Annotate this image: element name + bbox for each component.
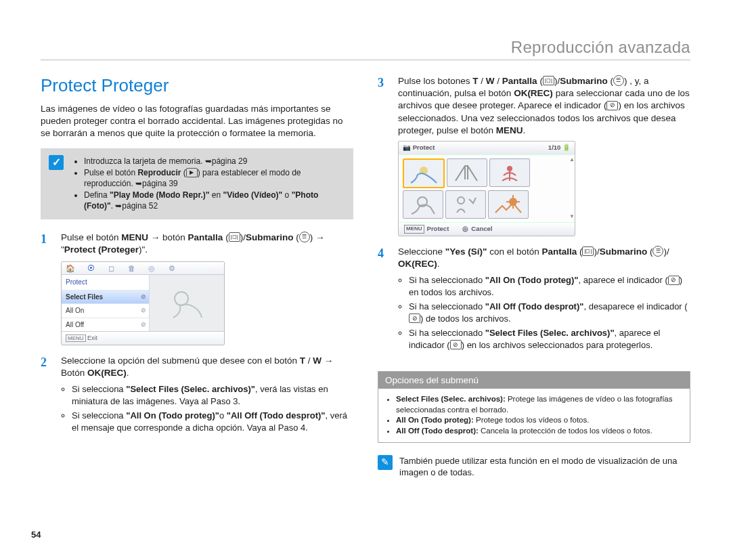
svg-point-2 [507, 166, 512, 171]
prereq-item: Introduzca la tarjeta de memoria. ➥págin… [84, 156, 344, 167]
step-number: 2 [41, 354, 47, 370]
step-number: 3 [378, 74, 384, 91]
note-text: También puede utilizar esta función en e… [399, 455, 690, 479]
menu-option: All On⊘ [62, 303, 149, 318]
step-4-sub: Si ha seleccionado "All Off (Todo despro… [409, 301, 690, 324]
menu-option: Select Files⊘ [62, 290, 149, 304]
thumbnail [488, 190, 529, 219]
step-1-text: Pulse el botón MENU → botón Pantalla (|◻… [61, 232, 324, 255]
step-4-sub: Si ha seleccionado "All On (Todo proteg)… [409, 274, 690, 298]
menu-screenshot: 🏠 ⦿ ◻ 🗑 ◎ ⚙ Protect Select Files⊘ All O [61, 261, 225, 345]
note: También puede utilizar esta función en e… [378, 455, 690, 479]
step-2-text: Seleccione la opción del submenú que des… [61, 356, 333, 378]
prereq-item: Pulse el botón Reproducir (▶) para estab… [84, 167, 344, 189]
submenu-options-box: Opciones del submenú Select Files (Selec… [378, 371, 690, 442]
submenu-options-title: Opciones del submenú [378, 372, 690, 389]
thumbnail [445, 190, 486, 219]
step-2-sub: Si selecciona "Select Files (Selec. arch… [72, 383, 353, 407]
thumbnail [489, 158, 530, 187]
tab-icon: 🏠 [66, 264, 75, 272]
grid-title: Protect [413, 144, 435, 151]
menu-footer: MENU Exit [62, 331, 224, 345]
grid-action-protect: MENU Protect [404, 225, 449, 234]
step-2: 2 Seleccione la opción del submenú que d… [41, 355, 353, 434]
menu-title: Protect [62, 275, 149, 290]
tab-icon: ⦿ [86, 264, 95, 272]
thumbnail [403, 158, 445, 188]
tab-icon: ◻ [106, 264, 116, 272]
tab-icon: ⚙ [167, 264, 177, 272]
prereq-item: Defina "Play Mode (Modo Repr.)" en "Vide… [84, 190, 344, 211]
thumbnail [447, 158, 487, 187]
step-4: 4 Seleccione "Yes (Sí)" con el botón Pan… [378, 246, 690, 351]
page-number: 54 [31, 530, 41, 540]
step-4-text: Seleccione "Yes (Sí)" con el botón Panta… [398, 246, 669, 269]
menu-option: All Off⊘ [62, 318, 149, 332]
svg-point-0 [175, 292, 188, 305]
step-1: 1 Pulse el botón MENU → botón Pantalla (… [41, 232, 353, 345]
step-3: 3 Pulse los botones T / W / Pantalla (|◻… [378, 75, 690, 236]
page: Reproducción avanzada Protect Proteger L… [0, 0, 731, 560]
step-number: 1 [41, 231, 47, 247]
note-icon [378, 455, 393, 470]
tab-icon: ◎ [147, 264, 156, 272]
thumbnail-grid-screenshot: 📷 Protect 1/10 🔋 [398, 141, 575, 236]
check-icon [49, 155, 64, 170]
step-3-text: Pulse los botones T / W / Pantalla (|◻|)… [398, 76, 690, 135]
step-2-sub: Si selecciona "All On (Todo proteg)"o "A… [72, 410, 353, 433]
thumbnail [403, 190, 443, 219]
tab-icon: 🗑 [127, 264, 136, 272]
intro-text: Las imágenes de vídeo o las fotografías … [41, 103, 353, 140]
svg-point-4 [458, 197, 464, 204]
step-number: 4 [378, 245, 384, 261]
section-header: Reproducción avanzada [41, 38, 690, 60]
feature-title: Protect Proteger [41, 75, 353, 96]
preview-pane [150, 275, 224, 331]
submenu-option: All On (Todo proteg): Protege todos los … [396, 415, 682, 426]
right-column: 3 Pulse los botones T / W / Pantalla (|◻… [378, 75, 690, 479]
grid-count: 1/10 [548, 144, 561, 151]
submenu-option: Select Files (Selec. archivos): Protege … [396, 394, 682, 415]
grid-action-cancel: ◎ Cancel [462, 225, 492, 234]
svg-point-5 [509, 198, 517, 206]
left-column: Protect Proteger Las imágenes de vídeo o… [41, 75, 353, 479]
submenu-option: All Off (Todo desprot): Cancela la prote… [396, 426, 682, 437]
prereq-box: Introduzca la tarjeta de memoria. ➥págin… [41, 148, 353, 219]
step-4-sub: Si ha seleccionado "Select Files (Selec.… [409, 327, 690, 351]
